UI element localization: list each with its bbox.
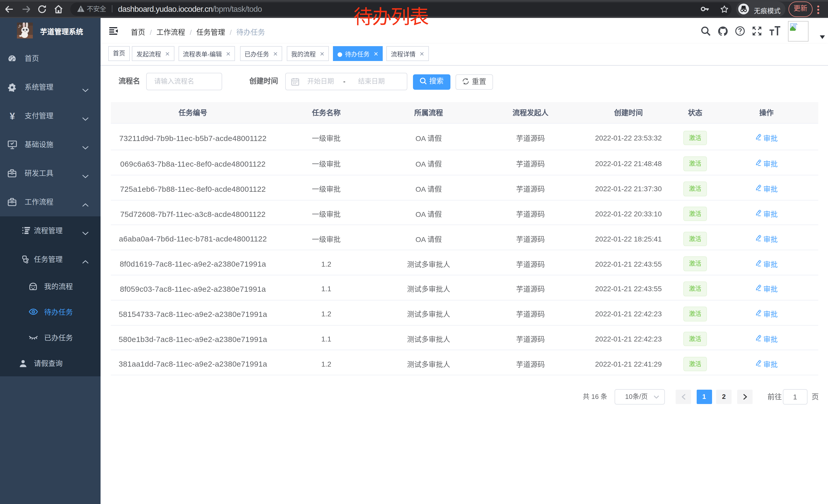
svg-text:¥: ¥ [10,111,15,121]
